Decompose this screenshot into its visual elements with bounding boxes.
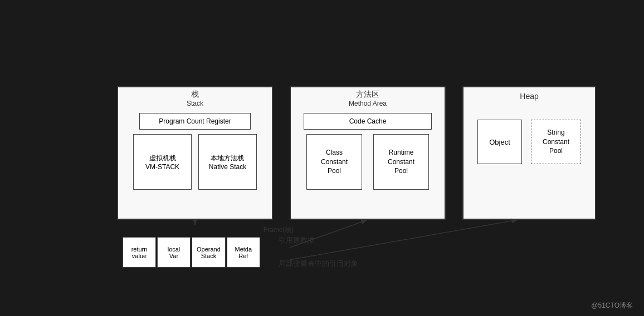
diagram-area: 栈 Stack Program Count Register 虚拟机栈VM-ST…	[117, 86, 618, 298]
method-title: 方法区 Method Area	[291, 87, 445, 108]
arrow1-text: 引用原数据	[279, 236, 315, 244]
vm-stack-box: 虚拟机栈VM-STACK	[133, 134, 192, 190]
object-label: Object	[489, 138, 510, 146]
arrow-label-jubu: 局部变量表中的引用对象	[279, 259, 358, 269]
code-cache-box: Code Cache	[304, 113, 432, 130]
method-inner: ClassConstantPool RuntimeConstantPool	[291, 134, 445, 190]
object-box: Object	[477, 120, 522, 164]
heap-inner: Object StringConstantPool	[464, 120, 595, 164]
runtime-cp-box: RuntimeConstantPool	[373, 134, 429, 190]
heap-title: Heap	[464, 87, 595, 103]
watermark: @51CTO博客	[591, 301, 633, 310]
frame-item-operand: OperandStack	[192, 237, 226, 268]
arrow-label-yuanyuan: 引用原数据	[279, 235, 315, 245]
class-cp-label: ClassConstantPool	[321, 148, 348, 176]
stack-box: 栈 Stack Program Count Register 虚拟机栈VM-ST…	[117, 86, 273, 220]
method-title-en: Method Area	[291, 100, 445, 107]
runtime-cp-label: RuntimeConstantPool	[388, 148, 414, 176]
method-title-zh: 方法区	[291, 90, 445, 100]
method-area-box: 方法区 Method Area Code Cache ClassConstant…	[290, 86, 446, 220]
arrow2-text: 局部变量表中的引用对象	[279, 259, 358, 268]
frame-item-local: localVar	[157, 237, 191, 268]
stack-title: 栈 Stack	[118, 87, 272, 108]
stack-inner: 虚拟机栈VM-STACK 本地方法栈Native Stack	[118, 134, 272, 190]
code-cache-label: Code Cache	[349, 117, 387, 125]
frame-title: Frame(帧)	[123, 225, 435, 235]
frame-item-metda: MetdaRef	[227, 237, 260, 268]
class-cp-box: ClassConstantPool	[306, 134, 362, 190]
vm-stack-label: 虚拟机栈VM-STACK	[145, 154, 179, 171]
heap-box: Heap Object StringConstantPool	[462, 86, 596, 220]
string-cp-label: StringConstantPool	[543, 128, 569, 156]
pcr-box: Program Count Register	[139, 113, 251, 130]
native-stack-label: 本地方法栈Native Stack	[209, 154, 246, 171]
pcr-label: Program Count Register	[159, 117, 231, 125]
frame-item-return: returnvalue	[123, 237, 156, 268]
native-stack-box: 本地方法栈Native Stack	[198, 134, 257, 190]
stack-title-zh: 栈	[118, 90, 272, 100]
stack-title-en: Stack	[118, 100, 272, 107]
string-cp-box: StringConstantPool	[531, 120, 581, 164]
